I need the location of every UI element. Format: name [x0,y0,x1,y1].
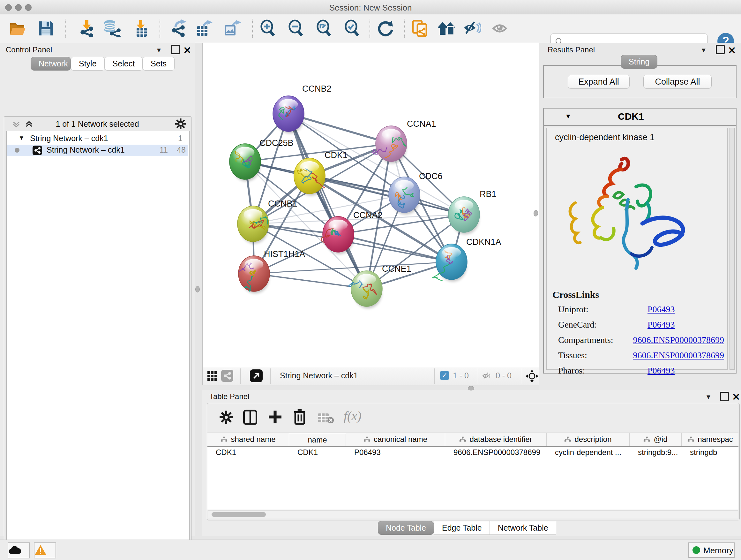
entry-header[interactable]: ▼ CDK1 [544,109,736,126]
column-header-shared-name[interactable]: shared name [207,433,289,446]
table-panel-float-icon[interactable] [720,392,729,401]
memory-button[interactable]: Memory [688,543,735,558]
column-header-canonical-name[interactable]: canonical name [346,433,445,446]
results-scrollbar[interactable] [730,128,735,370]
tab-select[interactable]: Select [105,57,143,71]
network-status-dot [15,148,19,152]
crosslink-value-link[interactable]: P06493 [648,304,675,314]
selected-count: 1 - 0 [453,371,469,380]
apply-preferred-layout-icon[interactable] [377,19,394,37]
grid-view-icon[interactable] [207,371,217,381]
open-session-icon[interactable] [9,19,27,37]
control-panel-collapse-icon[interactable]: ▼ [156,47,162,54]
table-hscrollbar[interactable] [208,510,738,518]
title-bar: Session: New Session [0,0,741,14]
network-options-gear-icon[interactable] [175,118,186,130]
zoom-selected-icon[interactable] [343,19,361,37]
network-collection-row[interactable]: ▼ String Network – cdk1 1 [7,133,188,145]
warning-button[interactable] [34,543,56,558]
tab-edge-table[interactable]: Edge Table [434,521,490,535]
collapse-all-icon[interactable] [11,119,21,129]
new-network-from-selection-icon[interactable] [412,19,429,37]
cloud-button[interactable] [8,543,30,558]
table-panel-close-icon[interactable]: ✕ [732,391,740,402]
right-splitter-grip[interactable] [534,210,538,216]
results-entry-box: ▼ CDK1 cyclin-dependent kinase 1 [543,108,737,374]
cloud-icon [8,546,21,555]
zoom-fit-content-icon[interactable] [315,19,333,37]
network-canvas[interactable]: CCNB2CCNA1CDC25BCDK1CDC6RB1CCNB1CCNA2CDK… [202,43,540,367]
crosslink-value-link[interactable]: P06493 [648,320,675,330]
column-header-database-identifier[interactable]: database identifier [445,433,547,446]
table-cell[interactable]: P06493 [346,447,445,460]
network-type-icon [32,145,42,155]
show-all-icon[interactable] [492,19,510,37]
table-cell[interactable]: stringdb:9... [630,447,682,460]
network-overview-icon[interactable] [221,370,233,382]
results-panel-float-icon[interactable] [716,45,725,54]
results-panel-collapse-icon[interactable]: ▼ [700,47,707,54]
show-column-icon[interactable] [243,410,258,425]
control-panel-float-icon[interactable] [171,45,180,54]
zoom-in-icon[interactable] [259,19,277,37]
collection-expand-icon[interactable]: ▼ [18,134,24,141]
table-hscrollbar-thumb[interactable] [212,512,266,517]
hide-selection-icon[interactable] [463,19,481,37]
zoom-out-icon[interactable] [287,19,305,37]
network-tree: ▼ String Network – cdk1 1 String Network… [6,131,190,560]
export-table-icon[interactable] [195,19,213,37]
tab-style[interactable]: Style [71,57,105,71]
table-options-gear-icon[interactable] [219,410,233,424]
import-table-from-file-icon[interactable] [132,19,150,37]
crosslink-row: Tissues:9606.ENSP00000378699 [558,350,724,361]
create-column-icon[interactable] [268,410,282,424]
save-session-icon[interactable] [37,19,55,37]
crosslink-value-link[interactable]: 9606.ENSP00000378699 [633,350,724,361]
tab-network-table[interactable]: Network Table [490,521,556,535]
expand-all-icon[interactable] [24,119,34,129]
table-panel-collapse-icon[interactable]: ▼ [705,393,712,401]
warning-icon [35,545,47,556]
table-row[interactable]: CDK1CDK1P064939606.ENSP00000378699cyclin… [207,447,738,461]
detach-view-icon[interactable] [250,369,263,382]
column-header-name[interactable]: name [289,434,346,446]
function-builder-icon[interactable]: f(x) [344,408,361,423]
table-cell[interactable]: CDK1 [207,447,289,460]
column-header-description[interactable]: description [547,433,630,446]
delete-table-icon[interactable] [318,413,334,424]
expand-all-button[interactable]: Expand All [568,75,630,89]
table-cell[interactable]: CDK1 [289,447,346,460]
crosslink-value-link[interactable]: P06493 [648,366,675,376]
export-network-icon[interactable] [169,19,187,37]
import-network-from-database-icon[interactable] [103,19,121,37]
selected-checkbox-icon[interactable]: ✓ [440,371,449,380]
table-cell[interactable]: stringdb [682,447,738,460]
left-splitter-grip[interactable] [195,286,200,293]
tab-string[interactable]: String [621,55,657,69]
hidden-count: 0 - 0 [495,371,512,380]
column-header-namespac[interactable]: namespac [682,433,738,446]
first-neighbors-icon[interactable] [438,19,456,37]
tab-network[interactable]: Network [30,57,71,71]
network-row[interactable]: String Network – cdk1 11 48 [7,145,188,156]
column-header--id[interactable]: @id [630,433,682,446]
table-cell[interactable]: cyclin-dependent ... [547,447,630,460]
collapse-all-button[interactable]: Collapse All [643,75,712,89]
control-panel-close-icon[interactable]: ✕ [183,45,191,56]
export-image-icon[interactable] [223,19,241,37]
bottom-splitter-grip[interactable] [468,386,474,390]
table-cell[interactable]: 9606.ENSP00000378699 [445,447,547,460]
results-panel-close-icon[interactable]: ✕ [728,45,736,56]
tab-node-table[interactable]: Node Table [378,521,434,535]
control-panel-title: Control Panel [6,45,52,54]
entry-collapse-icon[interactable]: ▼ [565,112,571,120]
network-view-toolbar: String Network – cdk1 ✓ 1 - 0 0 - 0 [202,367,540,385]
delete-column-icon[interactable] [293,409,307,425]
string-network-graph[interactable]: CCNB2CCNA1CDC25BCDK1CDC6RB1CCNB1CCNA2CDK… [203,43,540,367]
svg-text:CCNE1: CCNE1 [382,264,411,273]
crosslink-label: Pharos: [558,366,648,376]
crosslink-value-link[interactable]: 9606.ENSP00000378699 [633,335,724,345]
tab-sets[interactable]: Sets [143,57,175,71]
import-network-from-file-icon[interactable] [77,19,95,37]
pan-mode-icon[interactable] [525,369,539,383]
